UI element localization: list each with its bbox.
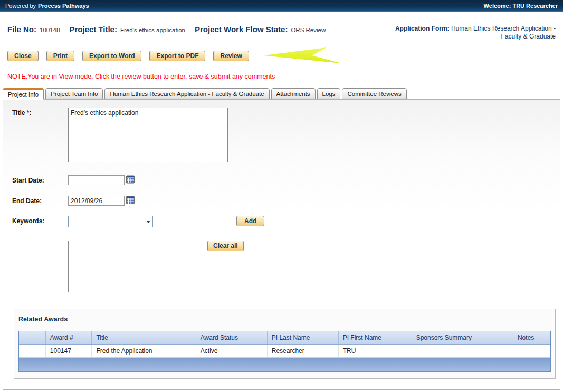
welcome-text: Welcome: TRU Researcher — [484, 3, 558, 9]
awards-footer-cell — [19, 358, 550, 371]
keywords-list-spacer — [12, 241, 68, 242]
column-header-notes: Notes — [513, 331, 550, 345]
tab-project-team-info[interactable]: Project Team Info — [45, 88, 103, 99]
project-title-value: Fred's ethics application — [120, 27, 185, 33]
clear-all-button[interactable]: Clear all — [207, 241, 244, 251]
award-row[interactable]: 100147Fred the ApplicationActiveResearch… — [19, 345, 550, 358]
column-header-pi-first-name: PI First Name — [338, 331, 412, 345]
chevron-down-icon — [146, 221, 150, 223]
award-cell-pi-first-name: TRU — [338, 345, 412, 358]
title-textarea[interactable]: Fred's ethics application — [68, 108, 228, 162]
title-label: Title *: — [12, 108, 68, 117]
column-header-title: Title — [92, 331, 196, 345]
keywords-row: Keywords: Add — [12, 216, 556, 227]
title-label-text: Title — [12, 109, 25, 117]
toolbar: ClosePrintExport to WordExport to PDFRev… — [7, 47, 556, 64]
awards-footer-bar — [19, 358, 550, 371]
end-date-label: End Date: — [12, 196, 68, 205]
end-date-input[interactable] — [68, 196, 125, 206]
tab-human-ethics-research-application-faculty-graduate[interactable]: Human Ethics Research Application - Facu… — [104, 88, 269, 99]
record-header: File No: 100148 Project Title: Fred's et… — [7, 25, 556, 41]
award-cell-notes — [513, 345, 550, 358]
keywords-list-textarea[interactable] — [68, 241, 201, 292]
export-to-pdf-button[interactable]: Export to PDF — [149, 51, 205, 61]
award-cell-blank — [19, 345, 45, 358]
export-to-word-button[interactable]: Export to Word — [82, 51, 141, 61]
powered-by-text: Powered byProcess Pathways — [5, 3, 89, 9]
project-info-panel: Title *: Fred's ethics application Start… — [3, 99, 560, 390]
start-date-input[interactable] — [68, 175, 125, 185]
application-form-value: Human Ethics Research Application - Facu… — [451, 25, 556, 40]
file-no-value: 100148 — [40, 27, 60, 33]
title-row: Title *: Fred's ethics application — [12, 108, 556, 162]
column-header-award: Award # — [45, 331, 92, 345]
close-button[interactable]: Close — [7, 51, 39, 61]
add-keyword-button[interactable]: Add — [236, 216, 264, 226]
powered-by-label: Powered by — [5, 3, 36, 9]
start-date-calendar-icon[interactable] — [126, 175, 135, 184]
application-form-label: Application Form: — [395, 25, 450, 32]
tab-attachments[interactable]: Attachments — [271, 88, 316, 99]
review-button[interactable]: Review — [213, 51, 249, 61]
print-button[interactable]: Print — [46, 51, 74, 61]
brand-name: Process Pathways — [38, 3, 89, 9]
keywords-label: Keywords: — [12, 216, 68, 225]
keywords-select[interactable] — [68, 216, 153, 227]
column-header-award-status: Award Status — [196, 331, 267, 345]
top-bar: Powered byProcess Pathways Welcome: TRU … — [0, 0, 563, 12]
related-awards-heading: Related Awards — [18, 314, 551, 323]
column-header-blank — [19, 331, 45, 345]
award-cell-award: 100147 — [45, 345, 92, 358]
file-no-label: File No: — [7, 25, 36, 34]
end-date-row: End Date: — [12, 196, 556, 206]
column-header-pi-last-name: PI Last Name — [267, 331, 338, 345]
award-cell-sponsors-summary — [412, 345, 513, 358]
keywords-select-arrow-button[interactable] — [144, 216, 152, 227]
tab-logs[interactable]: Logs — [317, 88, 341, 99]
workflow-state-value: ORS Review — [291, 27, 326, 33]
view-mode-note: NOTE:You are in View mode. Click the rev… — [7, 73, 556, 80]
keywords-select-value — [69, 216, 144, 227]
start-date-row: Start Date: — [12, 175, 556, 185]
tab-project-info[interactable]: Project Info — [3, 88, 44, 100]
application-form-info: Application Form: Human Ethics Research … — [392, 25, 556, 41]
tab-bar: Project InfoProject Team InfoHuman Ethic… — [3, 88, 560, 99]
related-awards-table: Award #TitleAward StatusPI Last NamePI F… — [19, 331, 550, 371]
column-header-sponsors-summary: Sponsors Summary — [412, 331, 513, 345]
start-date-label: Start Date: — [12, 175, 68, 184]
award-cell-award-status: Active — [196, 345, 267, 358]
workflow-state-label: Project Work Flow State: — [195, 25, 288, 34]
related-awards-table-wrap: Award #TitleAward StatusPI Last NamePI F… — [18, 331, 551, 372]
highlight-arrow-icon — [263, 47, 342, 64]
keywords-list-row: Clear all — [12, 241, 556, 292]
award-cell-pi-last-name: Researcher — [267, 345, 338, 358]
tab-committee-reviews[interactable]: Committee Reviews — [342, 88, 406, 99]
award-cell-title: Fred the Application — [92, 345, 196, 358]
record-header-left: File No: 100148 Project Title: Fred's et… — [7, 25, 335, 41]
related-awards-section: Related Awards Award #TitleAward StatusP… — [14, 309, 556, 379]
project-title-label: Project Title: — [69, 25, 117, 34]
title-label-colon: : — [29, 109, 31, 117]
awards-header-row: Award #TitleAward StatusPI Last NamePI F… — [19, 331, 550, 345]
end-date-calendar-icon[interactable] — [126, 196, 135, 204]
